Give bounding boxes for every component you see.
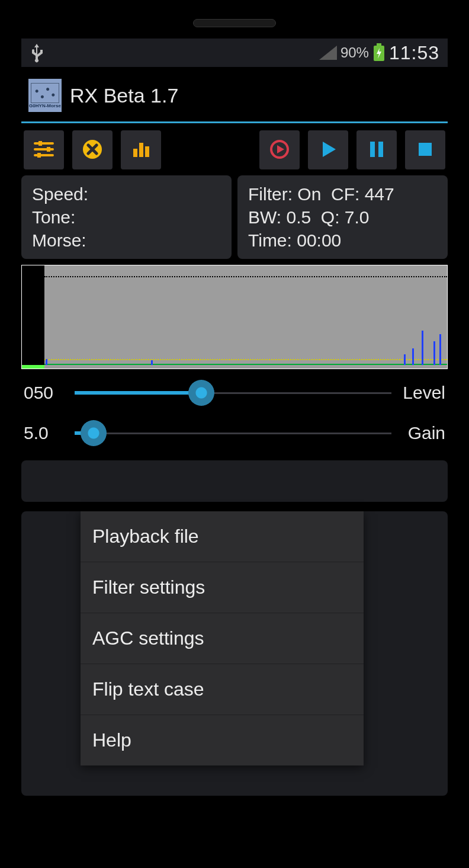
gain-value: 5.0 [21, 423, 75, 443]
svg-rect-1 [377, 43, 381, 46]
close-button[interactable] [72, 130, 113, 169]
info-row: Speed: Tone: Morse: Filter: On CF: 447 B… [21, 175, 448, 259]
gain-label: Gain [391, 423, 448, 443]
pause-icon [368, 139, 386, 161]
info-panel-right: Filter: On CF: 447 BW: 0.5 Q: 7.0 Time: … [237, 175, 448, 259]
info-speed: Speed: [32, 182, 221, 206]
level-label: Level [391, 383, 448, 403]
level-slider[interactable] [75, 376, 391, 409]
phone-frame: 90% 11:53 G0HYN-Morse RX Beta 1.7 [0, 0, 469, 868]
play-button[interactable] [308, 130, 348, 169]
options-menu: Playback file Filter settings AGC settin… [81, 511, 364, 765]
app-title: RX Beta 1.7 [70, 84, 178, 107]
menu-item-agc-settings[interactable]: AGC settings [81, 613, 364, 664]
record-icon [268, 138, 291, 162]
info-morse: Morse: [32, 229, 221, 252]
menu-item-playback-file[interactable]: Playback file [81, 511, 364, 562]
close-circle-icon [81, 138, 104, 162]
stop-button[interactable] [405, 130, 445, 169]
gain-slider-thumb[interactable] [81, 420, 107, 446]
svg-rect-6 [47, 147, 50, 152]
toolbar [21, 123, 448, 175]
gain-slider-row: 5.0 Gain [21, 409, 448, 450]
decoded-text-area [21, 460, 448, 502]
spectrum-plot [44, 265, 447, 369]
status-bar: 90% 11:53 [21, 39, 448, 67]
svg-rect-7 [37, 153, 41, 158]
info-filter: Filter: On CF: 447 [248, 182, 437, 206]
menu-item-help[interactable]: Help [81, 715, 364, 765]
svg-rect-10 [139, 143, 143, 157]
battery-percent: 90% [340, 44, 369, 61]
pause-button[interactable] [356, 130, 397, 169]
svg-rect-11 [145, 146, 149, 157]
app-logo-caption: G0HYN-Morse [29, 103, 61, 108]
level-value: 050 [21, 383, 75, 403]
settings-button[interactable] [24, 130, 64, 169]
stop-icon [416, 140, 434, 160]
spectrum-level-bar [22, 265, 44, 369]
signal-icon [319, 46, 337, 60]
chart-button[interactable] [121, 130, 161, 169]
svg-rect-9 [133, 149, 137, 157]
record-button[interactable] [259, 130, 300, 169]
content-backdrop: Playback file Filter settings AGC settin… [21, 511, 448, 796]
info-bw: BW: 0.5 Q: 7.0 [248, 206, 437, 229]
app-logo: G0HYN-Morse [28, 79, 62, 112]
play-icon [318, 139, 338, 161]
bar-chart-icon [130, 138, 152, 162]
level-slider-thumb[interactable] [188, 380, 214, 406]
info-panel-left: Speed: Tone: Morse: [21, 175, 232, 259]
status-time: 11:53 [389, 42, 439, 64]
menu-item-flip-text-case[interactable]: Flip text case [81, 664, 364, 715]
svg-rect-13 [370, 142, 375, 157]
menu-item-filter-settings[interactable]: Filter settings [81, 562, 364, 613]
svg-rect-5 [38, 141, 42, 146]
battery-charging-icon [372, 43, 386, 62]
spectrum-display [21, 265, 448, 369]
svg-rect-14 [378, 142, 383, 157]
level-slider-row: 050 Level [21, 369, 448, 409]
sliders-icon [33, 138, 55, 162]
info-tone: Tone: [32, 206, 221, 229]
screen: 90% 11:53 G0HYN-Morse RX Beta 1.7 [21, 39, 448, 809]
phone-speaker [193, 19, 276, 27]
usb-icon [30, 43, 44, 63]
svg-rect-15 [419, 143, 432, 156]
gain-slider[interactable] [75, 417, 391, 450]
info-time: Time: 00:00 [248, 229, 437, 252]
app-bar: G0HYN-Morse RX Beta 1.7 [21, 67, 448, 123]
